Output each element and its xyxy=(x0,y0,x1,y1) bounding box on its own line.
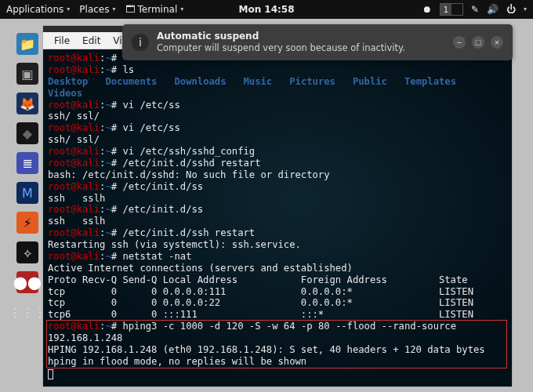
workspace-switcher[interactable]: 1 xyxy=(440,3,463,16)
minimize-button[interactable]: − xyxy=(453,36,466,49)
maximize-button[interactable]: □ xyxy=(472,36,484,49)
chevron-down-icon: ▾ xyxy=(67,6,70,13)
dock-item-cherries[interactable]: ⬤⬤ xyxy=(16,271,38,293)
terminal-menu-file[interactable]: File xyxy=(49,34,74,48)
terminal-line: root@kali:~# hping3 -c 1000 -d 120 -S -w… xyxy=(48,321,507,344)
dock-item-files[interactable]: 📁 xyxy=(16,33,38,55)
terminal-line xyxy=(48,368,507,379)
terminal-line: Desktop Documents Downloads Music Pictur… xyxy=(48,76,507,100)
terminal-line: ssh sslh xyxy=(48,216,507,227)
notification-text: Automatic suspend Computer will suspend … xyxy=(157,31,405,53)
gnome-top-panel: Applications ▾ Places ▾ 🗔 Terminal ▾ Mon… xyxy=(0,0,533,19)
close-button[interactable]: × xyxy=(491,36,503,49)
terminal-line: hping in flood mode, no replies will be … xyxy=(48,356,507,368)
workspace-2[interactable] xyxy=(451,4,462,15)
terminal-line: root@kali:~# netstat -nat xyxy=(48,251,507,263)
terminal-line: root@kali:~# vi /etc/ss xyxy=(48,100,507,111)
cursor-block xyxy=(48,369,53,379)
panel-clock[interactable]: Mon 14:58 xyxy=(238,4,294,15)
dock-item-editor[interactable]: ≣ xyxy=(16,152,38,174)
panel-applications-menu[interactable]: Applications ▾ xyxy=(6,4,70,15)
terminal-line: bash: /etc/init.d/sshd: No such file or … xyxy=(48,169,507,181)
terminal-line: Active Internet connections (servers and… xyxy=(48,263,507,274)
dock-item-burp[interactable]: ⚡ xyxy=(16,212,38,234)
workspace-1[interactable]: 1 xyxy=(441,4,451,15)
terminal-line: tcp 0 0 0.0.0.0:22 0.0.0.0:* LISTEN xyxy=(48,297,507,309)
chevron-down-icon: ▾ xyxy=(112,6,115,13)
terminal-line: root@kali:~# vi /etc/ssh/sshd_config xyxy=(48,146,507,158)
notification-title: Automatic suspend xyxy=(157,31,405,42)
dock-item-terminal[interactable]: ▣ xyxy=(16,63,38,85)
dock-item-armitage[interactable]: ⟡ xyxy=(16,241,38,263)
terminal-icon: 🗔 xyxy=(125,5,135,14)
terminal-window: File Edit View root@kali:~#root@kali:~# … xyxy=(42,25,513,387)
panel-places-menu[interactable]: Places ▾ xyxy=(79,4,115,15)
terminal-line: root@kali:~# /etc/init.d/ss xyxy=(48,204,507,216)
notification-body: Computer will suspend very soon because … xyxy=(157,42,405,53)
terminal-line: tcp 0 0 0.0.0.0:111 0.0.0.0:* LISTEN xyxy=(48,286,507,298)
chevron-down-icon: ▾ xyxy=(180,6,183,13)
terminal-line: HPING 192.168.1.248 (eth0 192.168.1.248)… xyxy=(48,344,507,356)
terminal-line: ssh/ ssl/ xyxy=(48,134,507,146)
terminal-line: ssh sslh xyxy=(48,193,507,205)
dock-item-apps-grid[interactable]: ⋮⋮⋮ xyxy=(16,301,38,323)
terminal-line: root@kali:~# ls xyxy=(48,64,507,76)
info-icon: i xyxy=(132,34,149,51)
panel-places-label: Places xyxy=(79,4,109,15)
dock-item-firefox[interactable]: 🦊 xyxy=(16,93,38,114)
terminal-line: root@kali:~# /etc/init.d/ss xyxy=(48,181,507,193)
notification-window-controls: − □ × xyxy=(453,36,503,49)
power-icon[interactable]: ⏻ xyxy=(506,5,516,14)
chevron-down-icon: ▾ xyxy=(524,6,527,13)
terminal-line: root@kali:~# vi /etc/ss xyxy=(48,122,507,134)
brush-icon[interactable]: ✎ xyxy=(471,5,479,14)
terminal-menu-edit[interactable]: Edit xyxy=(78,34,105,48)
panel-applications-label: Applications xyxy=(6,4,63,15)
dock-item-app-dark[interactable]: ◆ xyxy=(16,122,38,144)
panel-right: ⏺ 1 ✎ 🔊 ⏻ ▾ xyxy=(422,3,527,16)
panel-active-app-label: Terminal xyxy=(138,4,178,15)
screencast-icon[interactable]: ⏺ xyxy=(422,5,432,14)
terminal-line: ssh/ ssl/ xyxy=(48,111,507,122)
panel-active-app-menu[interactable]: 🗔 Terminal ▾ xyxy=(125,4,184,15)
panel-left: Applications ▾ Places ▾ 🗔 Terminal ▾ xyxy=(6,4,183,15)
notification-suspend: i Automatic suspend Computer will suspen… xyxy=(122,24,513,60)
terminal-line: root@kali:~# /etc/init.d/ssh restart xyxy=(48,227,507,239)
dock-item-metasploit[interactable]: M xyxy=(16,182,38,204)
terminal-body[interactable]: root@kali:~#root@kali:~# lsDesktop Docum… xyxy=(43,49,512,387)
terminal-line: Restarting ssh (via systemctl): ssh.serv… xyxy=(48,239,507,251)
terminal-line: root@kali:~# /etc/init.d/sshd restart xyxy=(48,158,507,169)
terminal-line: tcp6 0 0 :::111 :::* LISTEN xyxy=(48,309,507,321)
terminal-line: Proto Recv-Q Send-Q Local Address Foreig… xyxy=(48,274,507,286)
volume-icon[interactable]: 🔊 xyxy=(487,5,499,14)
gnome-dock: 📁▣🦊◆≣M⚡⟡⬤⬤⋮⋮⋮ xyxy=(14,33,41,323)
